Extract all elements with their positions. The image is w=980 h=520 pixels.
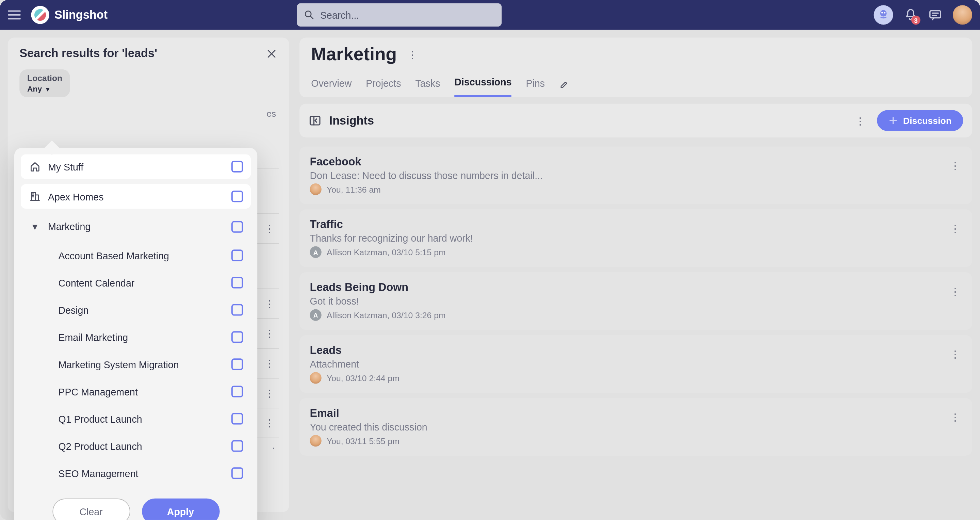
location-filter-chip[interactable]: Location Any ▼ xyxy=(19,70,70,97)
location-subitem[interactable]: Account Based Marketing xyxy=(31,244,251,266)
svg-rect-5 xyxy=(930,11,940,18)
user-avatar[interactable] xyxy=(953,5,972,24)
location-label: Apex Homes xyxy=(48,191,225,202)
filter-value: Any xyxy=(27,84,42,94)
brand[interactable]: Slingshot xyxy=(31,6,108,24)
discussion-preview: Don Lease: Need to discuss those numbers… xyxy=(310,170,962,181)
svg-line-1 xyxy=(311,16,313,19)
page-header: Marketing ⋮ OverviewProjectsTasksDiscuss… xyxy=(299,37,972,97)
row-menu-icon[interactable]: ⋮ xyxy=(261,413,279,433)
discussions-list: Facebook Don Lease: Need to discuss thos… xyxy=(299,144,972,458)
global-search[interactable] xyxy=(297,3,501,27)
location-item[interactable]: Apex Homes xyxy=(21,184,251,208)
location-filter-popover: My Stuff Apex Homes ▾ Marketing Account … xyxy=(14,148,257,520)
assistant-avatar[interactable] xyxy=(874,5,893,24)
notification-badge: 3 xyxy=(911,16,920,25)
discussion-title: Traffic xyxy=(310,218,962,231)
location-checkbox[interactable] xyxy=(231,304,243,315)
author-avatar xyxy=(310,372,321,383)
discussion-card[interactable]: Traffic Thanks for recognizing our hard … xyxy=(299,209,972,267)
search-results-panel: Search results for 'leads' Location Any … xyxy=(8,37,289,512)
hamburger-icon[interactable] xyxy=(8,10,21,19)
chevron-down-icon: ▼ xyxy=(45,85,51,92)
svg-point-0 xyxy=(305,11,311,17)
location-checkbox[interactable] xyxy=(231,358,243,370)
close-icon[interactable] xyxy=(266,48,277,59)
edit-icon[interactable] xyxy=(559,79,569,89)
search-icon xyxy=(303,9,315,21)
row-menu-icon[interactable]: ⋮ xyxy=(261,323,279,343)
brand-name: Slingshot xyxy=(54,8,108,22)
location-label: Design xyxy=(58,304,225,315)
tab-tasks[interactable]: Tasks xyxy=(415,72,440,96)
location-checkbox[interactable] xyxy=(231,191,243,202)
location-label: My Stuff xyxy=(48,161,225,172)
search-results-title: Search results for 'leads' xyxy=(19,47,157,60)
location-subitem[interactable]: Marketing System Migration xyxy=(31,353,251,375)
location-subitem[interactable]: PPC Management xyxy=(31,380,251,402)
location-item[interactable]: My Stuff xyxy=(21,154,251,179)
location-checkbox[interactable] xyxy=(231,467,243,479)
location-label: Account Based Marketing xyxy=(58,250,225,261)
discussion-card[interactable]: Leads Attachment You, 03/10 2:44 pm ⋮ xyxy=(299,335,972,393)
building-icon xyxy=(29,191,41,202)
discussion-title: Leads xyxy=(310,344,962,357)
top-nav: Slingshot 3 xyxy=(0,0,980,30)
apply-button[interactable]: Apply xyxy=(142,499,220,520)
location-subitem[interactable]: Q1 Product Launch xyxy=(31,408,251,430)
card-menu-icon[interactable]: ⋮ xyxy=(946,156,964,176)
svg-point-2 xyxy=(880,10,887,17)
location-label: Q1 Product Launch xyxy=(58,413,225,424)
location-checkbox[interactable] xyxy=(231,221,243,232)
discussion-preview: Got it boss! xyxy=(310,296,962,307)
discussion-card[interactable]: Facebook Don Lease: Need to discuss thos… xyxy=(299,146,972,204)
author-avatar-initial: A xyxy=(310,309,321,321)
messages-icon[interactable] xyxy=(928,8,943,22)
tab-pins[interactable]: Pins xyxy=(526,72,545,96)
location-label: SEO Management xyxy=(58,468,225,479)
card-menu-icon[interactable]: ⋮ xyxy=(946,344,964,364)
page-menu-icon[interactable]: ⋮ xyxy=(403,44,421,64)
card-menu-icon[interactable]: ⋮ xyxy=(946,407,964,427)
location-subitem[interactable]: Email Marketing xyxy=(31,326,251,348)
author-avatar xyxy=(310,435,321,447)
tab-overview[interactable]: Overview xyxy=(311,72,352,96)
location-subitem[interactable]: Design xyxy=(31,299,251,321)
clear-button[interactable]: Clear xyxy=(52,499,130,520)
location-group-marketing[interactable]: ▾ Marketing xyxy=(21,214,251,239)
location-subitem[interactable]: Content Calendar xyxy=(31,272,251,294)
location-subitem[interactable]: Q2 Product Launch xyxy=(31,435,251,457)
notifications-button[interactable]: 3 xyxy=(904,8,918,22)
row-menu-icon[interactable]: ⋮ xyxy=(261,294,279,314)
discussion-meta: You, 03/10 2:44 pm xyxy=(327,373,399,383)
insights-title: Insights xyxy=(329,114,374,127)
discussion-title: Email xyxy=(310,407,962,420)
tab-discussions[interactable]: Discussions xyxy=(454,72,511,97)
logo-icon xyxy=(31,6,49,24)
location-checkbox[interactable] xyxy=(231,161,243,172)
row-menu-icon[interactable]: ⋮ xyxy=(261,383,279,403)
location-checkbox[interactable] xyxy=(231,386,243,397)
location-checkbox[interactable] xyxy=(231,277,243,288)
main-content: Marketing ⋮ OverviewProjectsTasksDiscuss… xyxy=(299,37,972,512)
location-checkbox[interactable] xyxy=(231,250,243,261)
card-menu-icon[interactable]: ⋮ xyxy=(946,218,964,239)
location-checkbox[interactable] xyxy=(231,331,243,343)
tab-projects[interactable]: Projects xyxy=(366,72,401,96)
new-discussion-button[interactable]: Discussion xyxy=(877,110,963,131)
search-input[interactable] xyxy=(320,10,495,21)
discussion-card[interactable]: Leads Being Down Got it boss! A Allison … xyxy=(299,272,972,330)
author-avatar-initial: A xyxy=(310,246,321,258)
card-menu-icon[interactable]: ⋮ xyxy=(946,281,964,302)
location-subitem[interactable]: SEO Management xyxy=(31,462,251,484)
row-menu-icon[interactable]: ⋮ xyxy=(261,353,279,373)
insights-menu-icon[interactable]: ⋮ xyxy=(851,111,869,131)
row-menu-icon[interactable]: ⋮ xyxy=(261,218,279,239)
location-checkbox[interactable] xyxy=(231,440,243,452)
panel-toggle-icon[interactable] xyxy=(309,114,321,127)
insights-bar: Insights ⋮ Discussion xyxy=(299,104,972,137)
location-label: Q2 Product Launch xyxy=(58,440,225,451)
location-checkbox[interactable] xyxy=(231,413,243,425)
discussion-card[interactable]: Email You created this discussion You, 0… xyxy=(299,398,972,456)
discussion-title: Facebook xyxy=(310,156,962,169)
